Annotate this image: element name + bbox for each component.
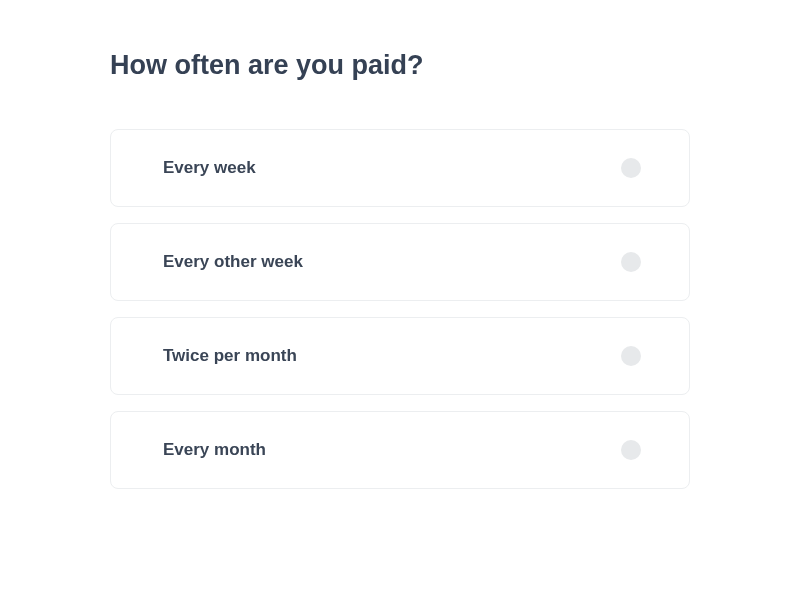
option-every-other-week[interactable]: Every other week (110, 223, 690, 301)
option-every-week[interactable]: Every week (110, 129, 690, 207)
option-label: Every month (163, 440, 266, 460)
radio-icon (621, 158, 641, 178)
option-every-month[interactable]: Every month (110, 411, 690, 489)
frequency-options: Every week Every other week Twice per mo… (110, 129, 690, 489)
radio-icon (621, 346, 641, 366)
option-label: Every other week (163, 252, 303, 272)
radio-icon (621, 440, 641, 460)
option-label: Twice per month (163, 346, 297, 366)
option-twice-per-month[interactable]: Twice per month (110, 317, 690, 395)
option-label: Every week (163, 158, 256, 178)
page-title: How often are you paid? (110, 50, 690, 81)
radio-icon (621, 252, 641, 272)
